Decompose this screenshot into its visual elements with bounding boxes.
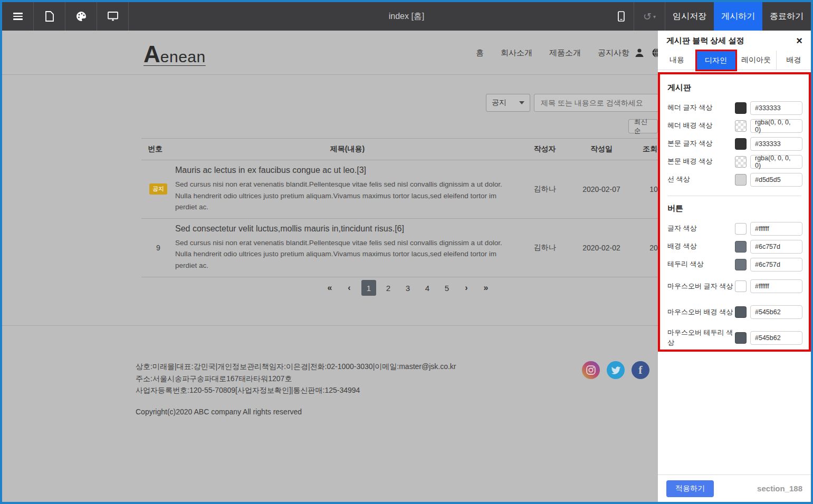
twitter-icon[interactable] [607, 361, 625, 379]
board-sort-button[interactable]: 최신순 [628, 119, 658, 133]
pages-icon[interactable] [34, 2, 65, 31]
board-search-input[interactable] [534, 94, 658, 112]
color-value-input[interactable]: #545b62 [750, 331, 802, 345]
color-swatch[interactable] [735, 280, 747, 292]
color-swatch[interactable] [735, 332, 747, 344]
page-button-2[interactable]: 2 [381, 280, 396, 296]
header-utility-icons [634, 47, 658, 58]
color-row-body-text: 본문 글자 색상 #333333 [667, 135, 802, 152]
nav-item-products[interactable]: 제품소개 [549, 48, 581, 58]
color-swatch[interactable] [735, 120, 747, 132]
col-header-views: 조회수 [633, 144, 658, 154]
page-prev-button[interactable]: ‹ [342, 280, 357, 296]
post-date: 2020-02-02 [570, 244, 633, 252]
color-row-btn-bg: 배경 색상 #6c757d [667, 238, 802, 255]
color-row-hover-border: 마우스오버 테두리 색상 #545b62 [667, 325, 802, 351]
color-row-hover-text: 마우스오버 글자 색상 #ffffff [667, 274, 802, 299]
color-swatch[interactable] [735, 241, 747, 253]
panel-title: 게시판 블럭 상세 설정 [666, 36, 744, 46]
color-value-input[interactable]: rgba(0, 0, 0, 0) [750, 155, 802, 169]
logo-rest: enean [160, 48, 206, 65]
color-swatch[interactable] [735, 174, 747, 186]
color-row-body-bg: 본문 배경 색상 rgba(0, 0, 0, 0) [667, 153, 802, 170]
apply-button[interactable]: 적용하기 [666, 480, 714, 497]
color-value-input[interactable]: #6c757d [750, 240, 802, 254]
page-button-4[interactable]: 4 [420, 280, 435, 296]
page-button-5[interactable]: 5 [439, 280, 454, 296]
color-swatch[interactable] [735, 259, 747, 270]
tab-content[interactable]: 내용 [658, 51, 696, 70]
color-swatch[interactable] [735, 306, 747, 318]
section-divider [667, 196, 801, 196]
social-links: f [582, 361, 649, 379]
post-views: 10 [633, 185, 658, 193]
color-swatch[interactable] [735, 156, 747, 168]
temp-save-button[interactable]: 임시저장 [665, 2, 714, 31]
color-swatch[interactable] [735, 138, 747, 150]
color-value-input[interactable]: #ffffff [750, 279, 802, 293]
site-preview: Aenean 홈 회사소개 제품소개 공지사항 공지 최신순 번호 제목(내용) [2, 31, 658, 502]
tab-background[interactable]: 배경 [777, 51, 811, 70]
color-swatch[interactable] [735, 223, 747, 235]
tab-layout[interactable]: 레이아웃 [736, 51, 777, 70]
color-row-btn-border: 테두리 색상 #6c757d [667, 256, 802, 273]
nav-item-home[interactable]: 홈 [476, 48, 484, 58]
board-filter-select[interactable]: 공지 [486, 94, 530, 112]
panel-header: 게시판 블럭 상세 설정 × [658, 31, 811, 51]
globe-icon[interactable] [652, 47, 658, 58]
post-title[interactable]: Mauris ac lectus in ex faucibus congue a… [175, 166, 510, 175]
facebook-icon[interactable]: f [632, 361, 649, 379]
footer-line1: 상호:미래몰|대표:강민국|개인정보관리책임자:이은경|전화:02-1000-3… [136, 361, 456, 373]
tab-design[interactable]: 디자인 [696, 51, 736, 70]
color-value-input[interactable]: #ffffff [750, 222, 802, 236]
monitor-icon [108, 12, 118, 22]
toolbar-right: ↺▾ 임시저장 게시하기 종료하기 [608, 2, 811, 31]
page-next-button[interactable]: › [459, 280, 474, 296]
facebook-glyph: f [638, 363, 642, 377]
instagram-icon[interactable] [582, 361, 600, 379]
panel-footer: 적용하기 section_188 [658, 474, 811, 502]
undo-button[interactable]: ↺▾ [634, 2, 665, 31]
nav-item-notice[interactable]: 공지사항 [598, 48, 629, 58]
color-value-input[interactable]: #6c757d [750, 258, 802, 272]
user-icon[interactable] [634, 47, 645, 58]
close-icon[interactable]: × [796, 35, 802, 46]
color-row-hover-bg: 마우스오버 배경 색상 #545b62 [667, 299, 802, 325]
post-title[interactable]: Sed consectetur velit luctus,mollis maur… [175, 224, 510, 234]
page-button-1[interactable]: 1 [361, 280, 376, 296]
mobile-icon [618, 11, 625, 22]
post-views: 20 [633, 244, 658, 252]
col-header-no: 번호 [141, 144, 175, 154]
logo-initial: A [144, 41, 160, 67]
page-first-button[interactable]: « [322, 280, 337, 296]
menu-icon[interactable] [2, 2, 34, 31]
preview-icon[interactable] [97, 2, 129, 31]
page-button-3[interactable]: 3 [400, 280, 415, 296]
nav-item-company[interactable]: 회사소개 [501, 48, 532, 58]
color-value-input[interactable]: rgba(0, 0, 0, 0) [750, 119, 802, 133]
notice-badge: 공지 [149, 183, 167, 195]
design-settings-annotated: 게시판 헤더 글자 색상 #333333 헤더 배경 색상 rgba(0, 0,… [658, 72, 811, 352]
color-swatch[interactable] [735, 102, 747, 114]
publish-button[interactable]: 게시하기 [714, 2, 762, 31]
section-heading-button: 버튼 [667, 203, 802, 214]
color-value-input[interactable]: #333333 [750, 137, 802, 151]
editor-window: index [홈] ↺▾ 임시저장 게시하기 종료하기 Aenean 홈 회사소… [0, 0, 813, 504]
footer-line2: 주소:서울시송파구송파대로167태라타워1207호 [136, 373, 456, 385]
exit-button[interactable]: 종료하기 [762, 2, 811, 31]
document-icon [45, 11, 54, 22]
board-table-header: 번호 제목(내용) 작성자 작성일 조회수 [141, 138, 658, 160]
color-value-input[interactable]: #333333 [750, 101, 802, 115]
color-value-input[interactable]: #d5d5d5 [750, 173, 802, 187]
site-logo[interactable]: Aenean [144, 41, 206, 67]
hamburger-icon [13, 11, 23, 22]
page-last-button[interactable]: » [479, 280, 493, 296]
theme-icon[interactable] [65, 2, 97, 31]
color-row-btn-text: 글자 색상 #ffffff [667, 220, 802, 237]
board-table: 번호 제목(내용) 작성자 작성일 조회수 공지 Mauris ac lectu… [141, 138, 658, 277]
footer-info: 상호:미래몰|대표:강민국|개인정보관리책임자:이은경|전화:02-1000-3… [136, 361, 456, 396]
color-value-input[interactable]: #545b62 [750, 305, 802, 319]
footer-line3: 사업자등록번호:120-55-70809[사업자정보확인]|통신판매:125-3… [136, 384, 456, 396]
mobile-view-icon[interactable] [608, 2, 634, 31]
section-id-label: section_188 [757, 484, 802, 493]
